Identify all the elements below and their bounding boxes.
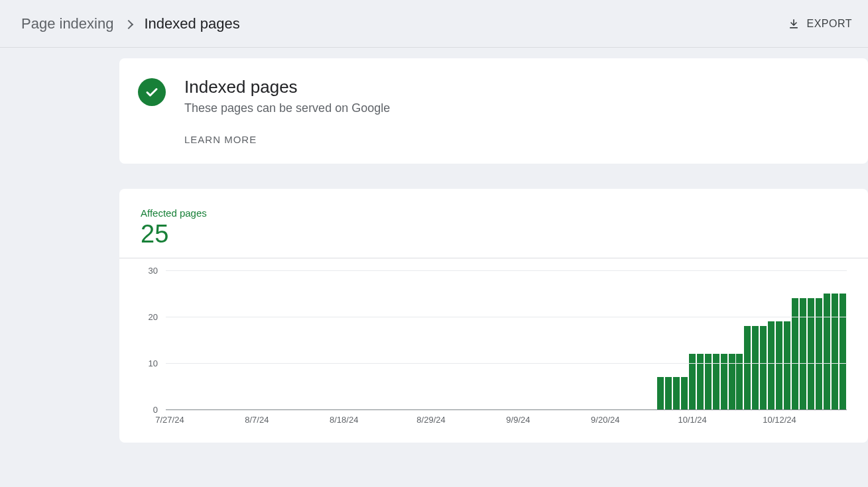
chart-bar[interactable] [665, 377, 672, 409]
chart-bar[interactable] [800, 298, 806, 409]
chart-bar[interactable] [752, 326, 759, 409]
chart-bar-slot [214, 270, 221, 409]
chart-bar-slot [253, 270, 261, 409]
chart-bar-slot [348, 270, 356, 409]
chart-bar[interactable] [816, 298, 822, 409]
chart-bar[interactable] [657, 377, 664, 409]
chevron-right-icon [124, 19, 133, 28]
chart-bar-slot [245, 270, 253, 409]
chart-bar[interactable] [760, 326, 767, 409]
chart-bar-slot [387, 270, 395, 409]
chart-bar-slot [807, 270, 815, 409]
chart-bar-slot [229, 270, 237, 409]
chart-bar[interactable] [729, 354, 735, 409]
chart-bar[interactable] [744, 326, 751, 409]
chart-bar-slot [791, 270, 799, 409]
chart-plot [166, 270, 847, 409]
chart-bar-slot [578, 270, 586, 409]
chart-bar-slot [743, 270, 751, 409]
chart-bar[interactable] [689, 354, 696, 409]
chart-bar-slot [649, 270, 656, 409]
chart-bar-slot [451, 270, 459, 409]
learn-more-link[interactable]: LEARN MORE [184, 134, 390, 145]
chart-bar-slot [166, 270, 174, 409]
chart-bar[interactable] [839, 294, 846, 409]
chart-x-tick: 9/9/24 [506, 415, 530, 425]
chart-bar-slot [427, 270, 435, 409]
chart-bar[interactable] [784, 321, 790, 409]
chart-bar[interactable] [824, 294, 830, 409]
chart-bar-slot [514, 270, 522, 409]
chart-x-tick: 8/7/24 [245, 415, 269, 425]
chart-bar-slot [696, 270, 704, 409]
chart-bar-slot [363, 270, 371, 409]
breadcrumb-current: Indexed pages [144, 15, 239, 32]
chart-bar[interactable] [832, 294, 838, 409]
chart-bar-slot [324, 270, 332, 409]
chart-bar[interactable] [713, 354, 719, 409]
metric-label: Affected pages [141, 207, 847, 219]
metric-value: 25 [141, 220, 847, 248]
chart-bar-slot [736, 270, 744, 409]
chart-bar-slot [308, 270, 316, 409]
chart-bar-slot [546, 270, 554, 409]
chart-bar-slot [688, 270, 696, 409]
chart-bar-slot [831, 270, 839, 409]
chart-bar-slot [554, 270, 562, 409]
divider [119, 258, 868, 258]
header: Page indexing Indexed pages EXPORT [0, 0, 868, 48]
chart-bar-slot [759, 270, 767, 409]
chart-bar-slot [593, 270, 601, 409]
chart-bar-slot [483, 270, 491, 409]
chart-bar-slot [633, 270, 641, 409]
chart-bar[interactable] [776, 321, 782, 409]
chart-bar-slot [823, 270, 831, 409]
check-icon [138, 78, 166, 106]
chart-bar-slot [443, 270, 451, 409]
chart-y-tick: 20 [138, 312, 158, 322]
chart-bar-slot [221, 270, 229, 409]
chart-baseline [166, 409, 847, 410]
chart-bar[interactable] [792, 298, 798, 409]
breadcrumb: Page indexing Indexed pages [21, 15, 240, 32]
chart-bar-slot [340, 270, 348, 409]
chart-bar[interactable] [673, 377, 680, 409]
chart-bar-slot [300, 270, 308, 409]
chart-bar-slot [403, 270, 411, 409]
chart-bar-slot [490, 270, 498, 409]
chart-bar-slot [190, 270, 198, 409]
chart-bar-slot [379, 270, 387, 409]
chart-x-tick: 7/27/24 [155, 415, 184, 425]
chart-bar-slot [395, 270, 403, 409]
export-label: EXPORT [807, 18, 853, 30]
content: Indexed pages These pages can be served … [0, 58, 868, 443]
export-button[interactable]: EXPORT [787, 17, 853, 30]
chart-bar-slot [570, 270, 578, 409]
chart-bar-slot [751, 270, 759, 409]
chart-bar[interactable] [768, 321, 775, 409]
chart-bar-slot [656, 270, 664, 409]
chart-bar-slot [728, 270, 736, 409]
chart-bar-slot [839, 270, 847, 409]
summary-title: Indexed pages [184, 77, 390, 97]
chart-bar-slot [459, 270, 467, 409]
chart-bar-slot [664, 270, 672, 409]
chart-bar-slot [182, 270, 190, 409]
chart-bar-slot [284, 270, 292, 409]
chart-bar-slot [371, 270, 379, 409]
chart-bar-slot [506, 270, 514, 409]
breadcrumb-parent[interactable]: Page indexing [21, 15, 113, 32]
chart-bar-slot [316, 270, 324, 409]
chart-bar-slot [815, 270, 823, 409]
chart-bar[interactable] [736, 354, 743, 409]
chart-y-axis: 0102030 [138, 270, 160, 409]
chart-bar-slot [277, 270, 284, 409]
chart-bar-slot [292, 270, 300, 409]
chart-bar[interactable] [681, 377, 688, 409]
chart-bar[interactable] [721, 354, 727, 409]
chart-bar-slot [530, 270, 538, 409]
chart-bar[interactable] [697, 354, 704, 409]
chart-bar[interactable] [705, 354, 712, 409]
chart-y-tick: 10 [138, 358, 158, 368]
chart-bar[interactable] [808, 298, 814, 409]
